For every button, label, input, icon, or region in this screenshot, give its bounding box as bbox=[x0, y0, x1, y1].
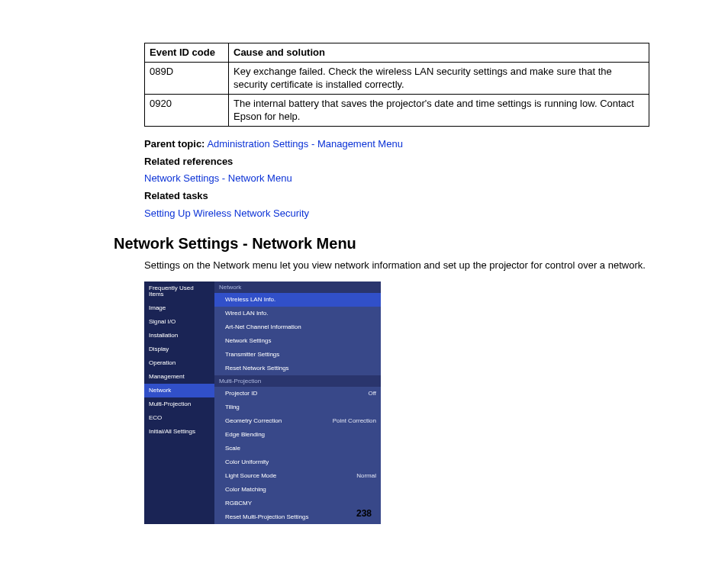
menu-right-item[interactable]: Art-Net Channel Information bbox=[214, 320, 381, 334]
menu-right-item[interactable]: Wireless LAN Info. bbox=[214, 293, 381, 307]
menu-item-label: Tiling bbox=[225, 404, 240, 410]
menu-left-item[interactable]: Signal I/O bbox=[144, 315, 214, 329]
menu-item-label: Color Matching bbox=[225, 487, 266, 493]
menu-item-label: Projector ID bbox=[225, 391, 257, 397]
menu-item-value: Off bbox=[368, 391, 376, 397]
menu-left-item[interactable]: Frequently Used Items bbox=[144, 282, 214, 301]
menu-left-item[interactable]: Image bbox=[144, 301, 214, 315]
table-row: 0920The internal battery that saves the … bbox=[145, 94, 649, 126]
menu-right-item[interactable]: Reset Network Settings bbox=[214, 362, 381, 375]
menu-right-item[interactable]: Projector IDOff bbox=[214, 387, 381, 401]
event-id-table: Event ID code Cause and solution 089DKey… bbox=[144, 43, 649, 127]
menu-group-header: Network bbox=[214, 282, 381, 293]
menu-left-item[interactable]: Multi-Projection bbox=[144, 397, 214, 411]
table-header-code: Event ID code bbox=[145, 43, 229, 63]
menu-left-item[interactable]: Initial/All Settings bbox=[144, 425, 214, 439]
menu-right-item[interactable]: Scale bbox=[214, 442, 381, 455]
menu-right-item[interactable]: Wired LAN Info. bbox=[214, 307, 381, 320]
menu-left-item[interactable]: Display bbox=[144, 343, 214, 356]
section-heading: Network Settings - Network Menu bbox=[114, 235, 649, 253]
related-tasks-link[interactable]: Setting Up Wireless Network Security bbox=[144, 207, 649, 221]
menu-right-item[interactable]: Network Settings bbox=[214, 334, 381, 348]
page-number: 238 bbox=[0, 508, 728, 519]
menu-right-item[interactable]: Color Uniformity bbox=[214, 455, 381, 469]
menu-screenshot: Frequently Used ItemsImageSignal I/OInst… bbox=[144, 282, 381, 524]
menu-right-item[interactable]: Edge Blending bbox=[214, 428, 381, 442]
menu-group-header: Multi-Projection bbox=[214, 375, 381, 387]
parent-topic-label: Parent topic: bbox=[144, 138, 205, 150]
menu-right-item[interactable]: Color Matching bbox=[214, 483, 381, 497]
related-references-link[interactable]: Network Settings - Network Menu bbox=[144, 172, 649, 186]
menu-left-item[interactable]: Operation bbox=[144, 356, 214, 370]
menu-right-item[interactable]: Geometry CorrectionPoint Correction bbox=[214, 414, 381, 428]
menu-item-label: Light Source Mode bbox=[225, 473, 276, 479]
menu-left-item[interactable]: ECO bbox=[144, 411, 214, 425]
menu-item-label: Color Uniformity bbox=[225, 459, 269, 465]
table-header-cause: Cause and solution bbox=[229, 43, 649, 63]
parent-topic-link[interactable]: Administration Settings - Management Men… bbox=[207, 138, 403, 150]
menu-item-label: Wireless LAN Info. bbox=[225, 297, 275, 303]
menu-item-label: Edge Blending bbox=[225, 432, 265, 438]
menu-right-item[interactable]: Light Source ModeNormal bbox=[214, 469, 381, 483]
related-references-label: Related references bbox=[144, 155, 649, 169]
event-cause: Key exchange failed. Check the wireless … bbox=[229, 62, 649, 94]
section-body: Settings on the Network menu let you vie… bbox=[144, 259, 649, 272]
menu-left-item[interactable]: Network bbox=[144, 384, 214, 397]
event-code: 089D bbox=[145, 62, 229, 94]
event-cause: The internal battery that saves the proj… bbox=[229, 94, 649, 126]
menu-item-label: Transmitter Settings bbox=[225, 352, 279, 358]
menu-item-label: Art-Net Channel Information bbox=[225, 324, 301, 330]
event-code: 0920 bbox=[145, 94, 229, 126]
menu-item-label: Scale bbox=[225, 446, 240, 452]
menu-item-label: Wired LAN Info. bbox=[225, 310, 268, 317]
menu-left-item[interactable]: Installation bbox=[144, 329, 214, 343]
menu-item-label: Geometry Correction bbox=[225, 418, 282, 424]
menu-right-item[interactable]: Transmitter Settings bbox=[214, 348, 381, 362]
menu-left-item[interactable]: Management bbox=[144, 370, 214, 384]
menu-item-label: RGBCMY bbox=[225, 500, 252, 507]
table-row: 089DKey exchange failed. Check the wirel… bbox=[145, 62, 649, 94]
menu-item-label: Network Settings bbox=[225, 338, 271, 344]
menu-item-value: Point Correction bbox=[333, 418, 376, 424]
menu-item-label: Reset Network Settings bbox=[225, 365, 289, 372]
related-tasks-label: Related tasks bbox=[144, 189, 649, 204]
menu-item-value: Normal bbox=[356, 473, 376, 479]
menu-right-item[interactable]: Tiling bbox=[214, 401, 381, 414]
topic-block: Parent topic: Administration Settings - … bbox=[144, 137, 649, 221]
